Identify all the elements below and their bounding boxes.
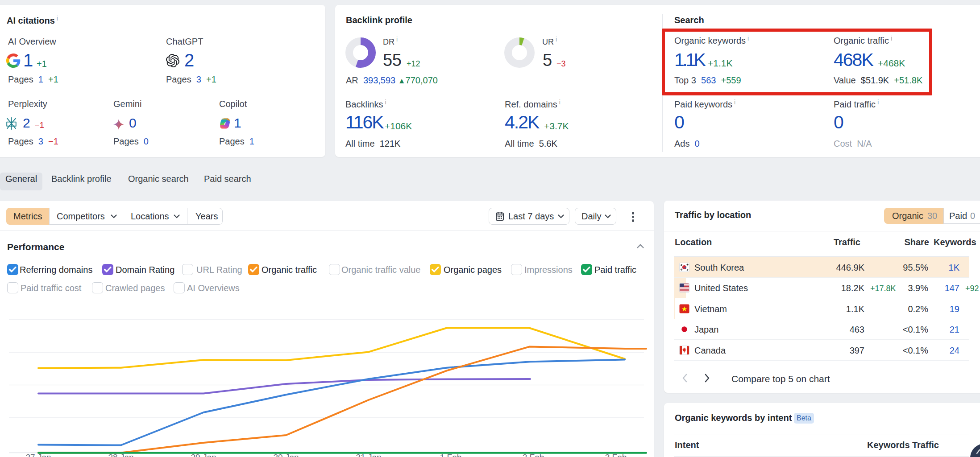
svg-text:27 Jan: 27 Jan [25,453,51,457]
svg-text:29 Jan: 29 Jan [191,453,216,457]
svg-text:2 Feb: 2 Feb [523,453,544,457]
svg-text:3 Feb: 3 Feb [605,453,627,457]
svg-text:1 Feb: 1 Feb [440,453,462,457]
svg-text:31 Jan: 31 Jan [356,453,381,457]
svg-text:30 Jan: 30 Jan [273,453,299,457]
svg-text:28 Jan: 28 Jan [108,453,133,457]
